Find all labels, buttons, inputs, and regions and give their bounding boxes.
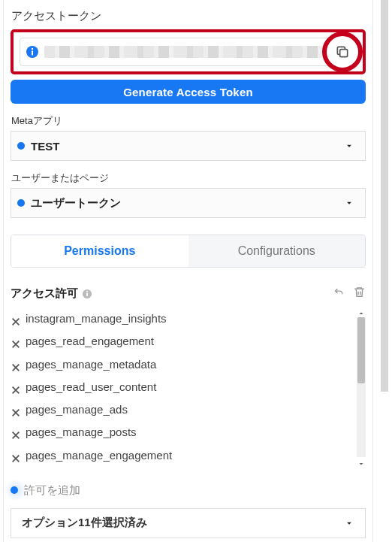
indicator-dot-icon [17, 199, 25, 207]
user-or-page-select[interactable]: ユーザートークン [11, 188, 366, 218]
permissions-list: instagram_manage_insights pages_read_eng… [11, 307, 352, 467]
permissions-scrollbar[interactable] [357, 307, 366, 467]
copy-token-button[interactable] [322, 32, 363, 72]
scroll-up-icon[interactable] [357, 307, 366, 316]
copy-icon [335, 44, 350, 59]
permission-name: pages_read_engagement [26, 332, 154, 351]
access-token-field[interactable] [20, 38, 357, 66]
remove-permission-button[interactable] [11, 427, 21, 438]
clear-all-button[interactable] [353, 286, 366, 301]
remove-permission-button[interactable] [11, 404, 21, 415]
add-permission-label: 許可を追加 [24, 483, 80, 498]
remove-permission-button[interactable] [11, 313, 21, 324]
tabs: Permissions Configurations [11, 235, 366, 268]
scroll-down-icon[interactable] [357, 458, 366, 467]
svg-rect-5 [86, 292, 88, 295]
chevron-down-icon [344, 518, 354, 528]
permission-item: pages_manage_engagement [11, 444, 352, 467]
scroll-track[interactable] [357, 317, 366, 457]
options-selected-select[interactable]: オプション11件選択済み [11, 508, 366, 538]
svg-rect-3 [340, 50, 348, 57]
indicator-dot-icon [17, 142, 25, 150]
svg-point-2 [32, 48, 33, 50]
info-icon [26, 46, 38, 58]
permission-item: pages_manage_metadata [11, 353, 352, 376]
chevron-down-icon [344, 141, 354, 151]
permission-name: pages_manage_posts [26, 422, 137, 442]
access-token-value-obscured [44, 46, 350, 58]
scroll-thumb[interactable] [357, 317, 365, 383]
undo-button[interactable] [333, 286, 345, 301]
remove-permission-button[interactable] [11, 336, 21, 347]
meta-app-selected-value: TEST [31, 140, 344, 153]
permission-name: pages_manage_ads [26, 400, 128, 419]
meta-app-select[interactable]: TEST [11, 131, 366, 161]
access-token-highlight-box [11, 29, 366, 74]
permission-name: pages_read_user_content [26, 377, 156, 397]
chevron-down-icon [344, 198, 354, 208]
permission-item: pages_manage_posts [11, 421, 352, 444]
permission-item: pages_manage_ads [11, 398, 352, 421]
remove-permission-button[interactable] [11, 450, 21, 461]
add-permission-link[interactable]: 許可を追加 [11, 483, 366, 498]
remove-permission-button[interactable] [11, 382, 21, 392]
user-or-page-label: ユーザーまたはページ [11, 171, 366, 185]
permission-name: instagram_manage_insights [26, 309, 167, 329]
permission-item: instagram_manage_insights [11, 307, 352, 330]
tab-configurations[interactable]: Configurations [188, 235, 366, 267]
page-scrollbar[interactable] [381, 0, 388, 392]
tab-permissions[interactable]: Permissions [11, 235, 188, 267]
permission-item: pages_read_user_content [11, 376, 352, 398]
graph-explorer-panel: アクセストークン Generate Access Token Metaアプリ [0, 0, 375, 542]
permission-name: pages_manage_metadata [26, 355, 156, 374]
pulse-indicator-icon [5, 479, 27, 501]
user-or-page-selected-value: ユーザートークン [31, 196, 344, 210]
remove-permission-button[interactable] [11, 359, 21, 370]
options-selected-label: オプション11件選択済み [22, 516, 344, 530]
permission-item: pages_read_engagement [11, 330, 352, 353]
info-icon [82, 289, 92, 299]
generate-access-token-button[interactable]: Generate Access Token [11, 80, 366, 104]
svg-rect-1 [32, 51, 33, 56]
permission-name: pages_manage_engagement [26, 446, 172, 465]
permissions-heading: アクセス許可 [11, 286, 78, 301]
access-token-section-title: アクセストークン [11, 9, 366, 23]
meta-app-label: Metaアプリ [11, 114, 366, 128]
svg-point-6 [86, 290, 88, 292]
